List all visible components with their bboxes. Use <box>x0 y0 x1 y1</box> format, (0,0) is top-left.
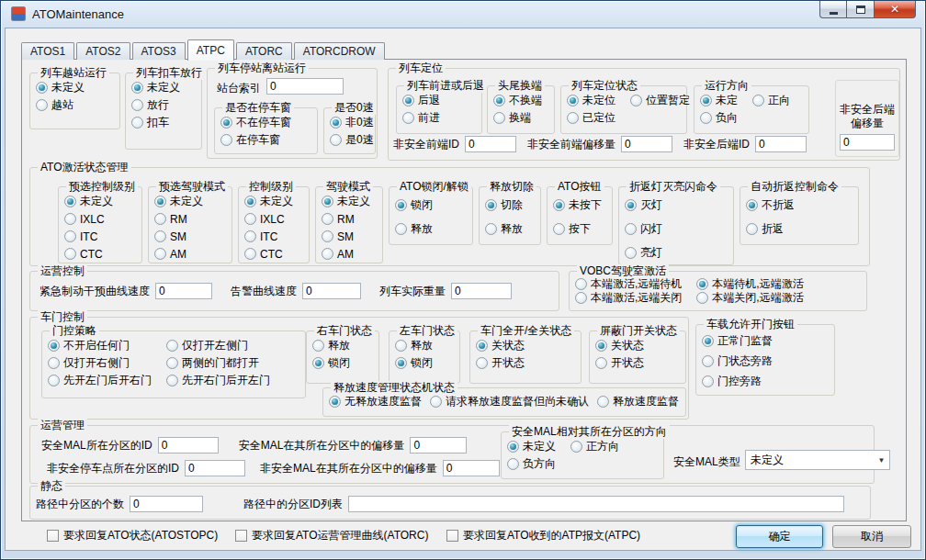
maximize-button[interactable] <box>847 1 874 18</box>
radio-option[interactable]: 负向 <box>700 109 738 127</box>
tab-atos1[interactable]: ATOS1 <box>21 42 74 60</box>
radio-option[interactable]: 未定义 <box>64 193 140 210</box>
checkbox-reply-ato-curve[interactable]: 要求回复ATO运营管理曲线(ATORC) <box>235 528 428 543</box>
radio-option[interactable]: ITC <box>64 228 140 245</box>
unsafe-stop-zone-id-input[interactable] <box>185 460 245 476</box>
radio-option[interactable]: RM <box>322 210 380 228</box>
radio-option[interactable]: IXLC <box>64 210 140 228</box>
safe-mal-zone-id-input[interactable] <box>158 437 219 454</box>
warn-curve-input[interactable] <box>302 283 361 299</box>
radio-option[interactable]: 正方向 <box>570 438 619 455</box>
radio-option[interactable]: 释放 <box>395 217 470 241</box>
radio-option[interactable]: 开状态 <box>595 354 683 372</box>
radio-option[interactable]: 折返 <box>746 217 856 241</box>
radio-option[interactable]: 释放 <box>485 217 538 241</box>
radio-option[interactable]: 不开启任何门 <box>48 337 152 354</box>
checkbox-reply-ato-status[interactable]: 要求回复ATO状态(ATOSTOPC) <box>47 528 218 543</box>
radio-option[interactable]: 无释放速度监督 <box>329 393 422 410</box>
cancel-button[interactable]: 取消 <box>832 525 911 548</box>
radio-option[interactable]: 未定义 <box>507 438 556 455</box>
radio-option[interactable]: 两侧的门都打开 <box>166 354 270 372</box>
radio-option[interactable]: 先开左门后开右门 <box>48 372 152 389</box>
zone-id-list-input[interactable] <box>348 496 844 512</box>
radio-option[interactable]: 未按下 <box>553 193 610 217</box>
radio-option[interactable]: 仅打开右侧门 <box>48 354 152 372</box>
radio-option[interactable]: 放行 <box>131 96 199 114</box>
radio-option[interactable]: 未定义 <box>131 79 199 96</box>
front-offset-input[interactable] <box>621 136 672 152</box>
radio-option[interactable]: 开状态 <box>476 354 579 372</box>
radio-option[interactable]: 门状态旁路 <box>702 351 832 371</box>
front-id-input[interactable] <box>465 136 516 152</box>
radio-option[interactable]: 本端激活,远端关闭 <box>575 291 682 305</box>
radio-option[interactable]: 释放 <box>395 337 457 354</box>
radio-option[interactable]: 未定义 <box>154 193 230 210</box>
radio-option[interactable]: 门控旁路 <box>702 371 832 391</box>
radio-option[interactable]: 正向 <box>752 92 790 109</box>
radio-option[interactable]: CTC <box>64 245 140 263</box>
radio-option[interactable]: 在停车窗 <box>220 131 315 149</box>
checkbox-reply-atp-message[interactable]: 要求回复ATO收到的ATP报文(ATPC) <box>446 528 640 543</box>
radio-option[interactable]: 不折返 <box>746 193 856 217</box>
unsafe-mal-offset-input[interactable] <box>443 460 500 476</box>
radio-option[interactable]: 本端激活,远端待机 <box>575 277 682 291</box>
radio-option[interactable]: AM <box>322 245 380 263</box>
radio-option[interactable]: IXLC <box>244 210 307 228</box>
tab-atorcdrow[interactable]: ATORCDROW <box>294 42 385 60</box>
radio-option[interactable]: 不换端 <box>493 92 552 109</box>
radio-option[interactable]: 锁闭 <box>312 354 377 372</box>
eb-curve-input[interactable] <box>155 283 212 299</box>
radio-option[interactable]: 负方向 <box>507 455 556 473</box>
train-weight-input[interactable] <box>451 283 512 299</box>
minimize-button[interactable] <box>819 1 847 18</box>
radio-option[interactable]: 位置暂定 <box>630 92 690 109</box>
radio-option[interactable]: 前进 <box>402 109 480 127</box>
mal-type-combobox[interactable]: 未定义 ▼ <box>745 450 890 470</box>
radio-option[interactable]: 越站 <box>36 96 118 114</box>
radio-option[interactable]: 闪灯 <box>625 217 731 241</box>
radio-option[interactable]: 本端关闭,远端激活 <box>696 291 803 305</box>
radio-option[interactable]: 请求释放速度监督但尚未确认 <box>430 393 589 410</box>
radio-option[interactable]: 本端待机,远端激活 <box>696 277 803 291</box>
rear-offset-input[interactable] <box>840 134 895 151</box>
radio-option[interactable]: 未定义 <box>36 79 118 96</box>
radio-option[interactable]: 未定 <box>700 92 738 109</box>
radio-option[interactable]: 后退 <box>402 92 480 109</box>
radio-option[interactable]: 锁闭 <box>395 193 470 217</box>
close-button[interactable]: ✕ <box>874 1 916 18</box>
radio-option[interactable]: 已定位 <box>567 109 615 127</box>
radio-option[interactable]: 换端 <box>493 109 552 127</box>
radio-option[interactable]: AM <box>154 245 230 263</box>
radio-option[interactable]: 非0速 <box>330 114 373 131</box>
radio-option[interactable]: 扣车 <box>131 114 199 131</box>
radio-option[interactable]: 是0速 <box>330 131 373 149</box>
tab-atos3[interactable]: ATOS3 <box>132 42 186 60</box>
tab-atorc[interactable]: ATORC <box>236 42 292 60</box>
tab-atos2[interactable]: ATOS2 <box>76 42 130 60</box>
radio-option[interactable]: 未定义 <box>244 193 307 210</box>
rear-id-input[interactable] <box>755 136 807 152</box>
radio-option[interactable]: 锁闭 <box>395 354 457 372</box>
zone-count-input[interactable] <box>130 496 203 512</box>
radio-option[interactable]: SM <box>322 228 380 245</box>
radio-option[interactable]: 不在停车窗 <box>220 114 315 131</box>
radio-option[interactable]: 切除 <box>485 193 538 217</box>
radio-option[interactable]: ITC <box>244 228 307 245</box>
safe-mal-offset-input[interactable] <box>410 437 467 454</box>
radio-option[interactable]: 正常门监督 <box>702 330 832 351</box>
radio-option[interactable]: CTC <box>244 245 307 263</box>
radio-option[interactable]: RM <box>154 210 230 228</box>
titlebar[interactable]: ATOMaintenance ✕ <box>1 1 925 28</box>
radio-option[interactable]: 关状态 <box>595 337 683 354</box>
radio-option[interactable]: 释放速度监督 <box>597 393 679 410</box>
tab-atpc[interactable]: ATPC <box>187 39 234 61</box>
radio-option[interactable]: 灭灯 <box>625 193 731 217</box>
radio-option[interactable]: 关状态 <box>476 337 579 354</box>
radio-option[interactable]: 亮灯 <box>625 241 731 264</box>
radio-option[interactable]: 释放 <box>312 337 377 354</box>
radio-option[interactable]: 先开右门后开左门 <box>166 372 270 389</box>
radio-option[interactable]: SM <box>154 228 230 245</box>
radio-option[interactable]: 仅打开左侧门 <box>166 337 270 354</box>
radio-option[interactable]: 未定位 <box>567 92 615 109</box>
platform-index-input[interactable] <box>266 78 344 95</box>
